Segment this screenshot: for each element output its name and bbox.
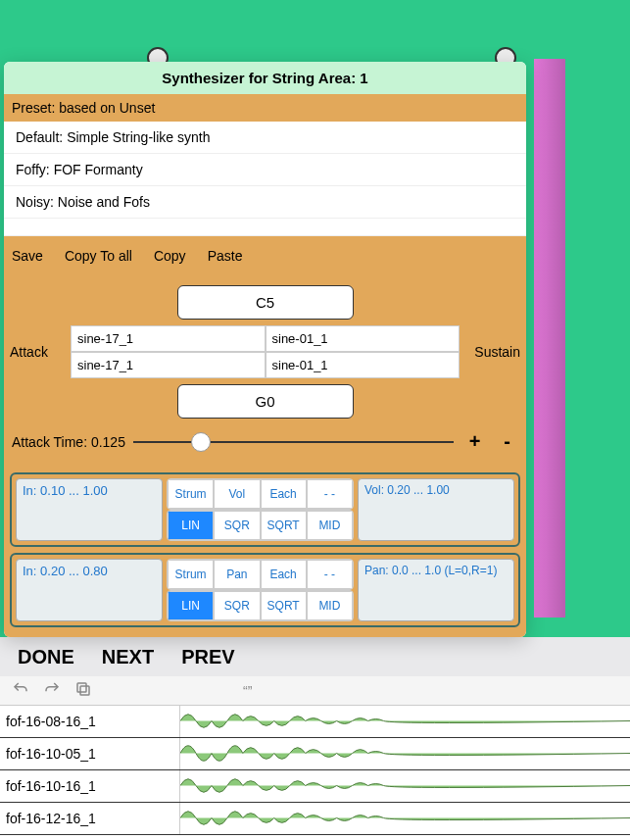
copy-all-button[interactable]: Copy To all (65, 248, 132, 264)
output-range-2[interactable]: Pan: 0.0 ... 1.0 (L=0,R=1) (358, 559, 514, 621)
tab-lin[interactable]: LIN (168, 511, 214, 540)
attack-time-row: Attack Time: 0.125 + - (10, 424, 520, 459)
attack-input-1[interactable] (71, 325, 266, 352)
mapping-box-1: In: 0.10 ... 1.00 Strum Vol Each - - LIN… (10, 472, 520, 547)
tab-none[interactable]: - - (307, 560, 353, 589)
tab-sqr[interactable]: SQR (214, 511, 260, 540)
input-range-2[interactable]: In: 0.20 ... 0.80 (16, 559, 163, 621)
vertical-strip (534, 59, 565, 618)
tab-strum[interactable]: Strum (168, 479, 214, 509)
copy-button[interactable]: Copy (154, 248, 186, 264)
tab-sqrt[interactable]: SQRT (261, 511, 307, 540)
minus-button[interactable]: - (496, 430, 518, 453)
wave-label: fof-16-10-05_1 (0, 738, 180, 769)
copy-icon[interactable] (74, 680, 92, 702)
plus-button[interactable]: + (461, 430, 489, 453)
tab-vol[interactable]: Vol (214, 479, 260, 509)
waveform-icon (180, 706, 630, 737)
attack-time-label: Attack Time: 0.125 (12, 434, 125, 450)
tab-each[interactable]: Each (261, 479, 307, 509)
map2-curve-tabs: LIN SQR SQRT MID (167, 590, 354, 621)
undo-icon[interactable] (12, 680, 29, 702)
preset-item[interactable]: Foffy: FOF Formanty (4, 154, 526, 186)
done-button[interactable]: DONE (18, 646, 74, 668)
sustain-input-1[interactable] (266, 325, 460, 352)
quote-indicator: “” (243, 683, 252, 699)
tab-sqrt[interactable]: SQRT (261, 591, 307, 620)
map2-source-tabs: Strum Pan Each - - (167, 559, 354, 590)
tab-mid[interactable]: MID (307, 591, 353, 620)
attack-time-slider[interactable] (133, 441, 454, 443)
attack-label: Attack (10, 344, 65, 360)
synth-body: C5 Attack Sustain G0 Attack Time: 0.125 … (4, 275, 526, 469)
tab-sqr[interactable]: SQR (214, 591, 260, 620)
paste-button[interactable]: Paste (208, 248, 243, 264)
wave-row[interactable]: fof-16-10-05_1 (0, 738, 630, 770)
svg-rect-1 (77, 683, 86, 692)
wave-row[interactable]: fof-16-08-16_1 (0, 706, 630, 738)
popup-title: Synthesizer for String Area: 1 (4, 62, 526, 94)
svg-rect-0 (80, 686, 89, 695)
input-range-1[interactable]: In: 0.10 ... 1.00 (16, 478, 163, 541)
preset-item[interactable]: Noisy: Noise and Fofs (4, 186, 526, 219)
waveform-icon (180, 803, 630, 834)
note-top-button[interactable]: C5 (177, 285, 354, 320)
preset-item[interactable]: Default: Simple String-like synth (4, 122, 526, 154)
waveform-icon (180, 738, 630, 769)
attack-input-2[interactable] (71, 352, 266, 378)
wave-row[interactable]: fof-16-10-16_1 (0, 770, 630, 803)
sustain-input-2[interactable] (266, 352, 460, 378)
preset-label: Preset: based on Unset (4, 94, 526, 122)
next-button[interactable]: NEXT (102, 646, 154, 668)
output-range-1[interactable]: Vol: 0.20 ... 1.00 (358, 478, 514, 541)
mapping-box-2: In: 0.20 ... 0.80 Strum Pan Each - - LIN… (10, 553, 520, 627)
redo-icon[interactable] (43, 680, 61, 702)
wave-label: fof-16-10-16_1 (0, 770, 180, 802)
waveform-icon (180, 770, 630, 802)
tab-none[interactable]: - - (307, 479, 353, 509)
map1-curve-tabs: LIN SQR SQRT MID (167, 510, 354, 541)
note-bottom-button[interactable]: G0 (177, 384, 354, 419)
wave-label: fof-16-08-16_1 (0, 706, 180, 737)
tab-pan[interactable]: Pan (214, 560, 260, 589)
tab-strum[interactable]: Strum (168, 560, 214, 589)
keyboard-accessory-bar: DONE NEXT PREV (0, 637, 630, 676)
editor-toolbar: “” (0, 676, 630, 706)
tab-each[interactable]: Each (261, 560, 307, 589)
tab-mid[interactable]: MID (307, 511, 353, 540)
tab-lin[interactable]: LIN (168, 591, 214, 620)
sustain-label: Sustain (465, 344, 520, 360)
mapping-section: In: 0.10 ... 1.00 Strum Vol Each - - LIN… (4, 469, 526, 637)
preset-item-empty (4, 219, 526, 236)
actions-bar: Save Copy To all Copy Paste (4, 236, 526, 275)
slider-thumb[interactable] (191, 432, 211, 452)
map1-source-tabs: Strum Vol Each - - (167, 478, 354, 510)
attack-sustain-row: Attack Sustain (10, 325, 520, 378)
wave-row[interactable]: fof-16-12-16_1 (0, 803, 630, 835)
waveform-list: fof-16-08-16_1 fof-16-10-05_1 fof-16-10-… (0, 706, 630, 840)
wave-label: fof-16-12-16_1 (0, 803, 180, 834)
save-button[interactable]: Save (12, 248, 43, 264)
synth-popup: Synthesizer for String Area: 1 Preset: b… (4, 62, 526, 637)
prev-button[interactable]: PREV (181, 646, 234, 668)
preset-list: Default: Simple String-like synth Foffy:… (4, 122, 526, 236)
